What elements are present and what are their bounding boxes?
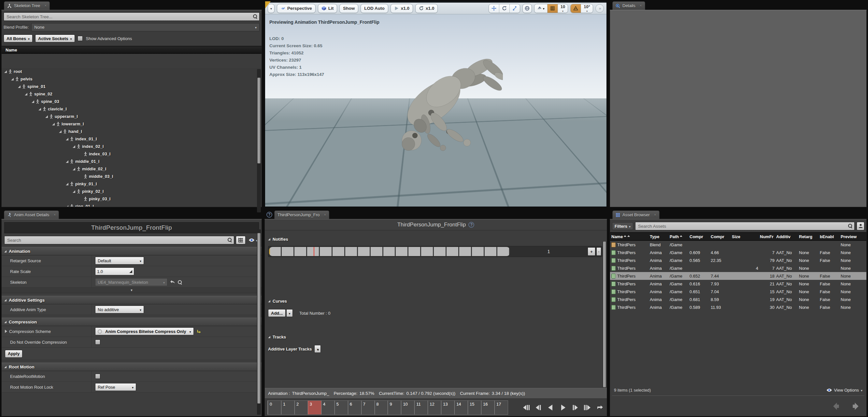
column-name[interactable]: Name — [611, 234, 650, 239]
bone-row[interactable]: pelvis — [2, 75, 261, 83]
rotation-snap-value-button[interactable]: 10° — [581, 4, 593, 13]
column-preview[interactable]: Preview — [841, 234, 866, 239]
perspective-button[interactable]: Perspective — [277, 4, 316, 13]
playback-speed-button[interactable]: x1.0 — [391, 4, 413, 13]
column-additive[interactable]: Additiv — [776, 234, 799, 239]
expander-icon[interactable] — [73, 145, 75, 148]
step-forward-button[interactable] — [571, 404, 580, 411]
bone-row[interactable]: pinky_03_l — [2, 195, 261, 203]
developers-filter-button[interactable] — [857, 222, 864, 230]
frame-cell[interactable]: 11 — [414, 401, 428, 414]
details-search-input[interactable] — [4, 236, 234, 244]
scrollbar[interactable] — [602, 241, 607, 387]
blend-profile-select[interactable]: None — [31, 23, 259, 31]
go-to-end-button[interactable] — [584, 404, 592, 411]
frame-cell[interactable]: 12 — [428, 401, 441, 414]
expander-icon[interactable] — [59, 130, 62, 133]
bone-row[interactable]: root — [2, 68, 261, 75]
lit-button[interactable]: Lit — [318, 4, 337, 13]
asset-row[interactable]: ThirdPers Anima /Game 0.609 4.66 7 AAT_N… — [610, 248, 866, 257]
expander-icon[interactable] — [66, 183, 68, 185]
bone-row[interactable]: clavicle_l — [2, 105, 261, 113]
scrollbar-thumb[interactable] — [603, 241, 606, 387]
playhead-marker[interactable] — [314, 247, 314, 256]
grid-snap-toggle[interactable] — [547, 4, 558, 13]
scrollbar-thumb[interactable] — [257, 78, 260, 163]
world-relative-button[interactable] — [522, 4, 532, 13]
add-curve-dropdown[interactable] — [286, 309, 293, 317]
bone-row[interactable]: pinky_01_l — [2, 180, 261, 188]
notifies-section-header[interactable]: Notifies — [268, 237, 288, 242]
frame-cell[interactable]: 16 — [481, 401, 494, 414]
move-tool-button[interactable] — [489, 4, 499, 13]
surface-snap-button[interactable] — [534, 4, 547, 13]
bone-row[interactable]: middle_01_l — [2, 158, 261, 165]
bone-row[interactable]: middle_03_l — [2, 173, 261, 180]
expander-icon[interactable] — [66, 205, 68, 207]
play-button[interactable] — [559, 404, 567, 411]
frame-cell[interactable]: 1 — [281, 401, 294, 414]
retarget-source-select[interactable]: Default — [95, 257, 144, 265]
bone-row[interactable]: spine_02 — [2, 90, 261, 98]
tab-animation-document[interactable]: ThirdPersonJump_Fro — [274, 210, 329, 219]
scrollbar[interactable] — [257, 229, 261, 415]
expander-icon[interactable] — [73, 190, 75, 193]
expander-icon[interactable] — [18, 85, 21, 88]
frame-cell[interactable]: 8 — [375, 401, 388, 414]
frame-cell[interactable]: 10 — [401, 401, 414, 414]
notify-track-cells[interactable] — [269, 247, 510, 256]
section-additive-settings[interactable]: Additive Settings — [2, 296, 261, 304]
column-benabled[interactable]: bEnabl — [820, 234, 841, 239]
frame-cell[interactable]: 9 — [388, 401, 401, 414]
asset-row[interactable]: ThirdPers Anima /Game 4 7 AAT_No None No… — [610, 264, 866, 272]
asset-row[interactable]: ThirdPers Anima /Game 0.681 8.59 19 AAT_… — [610, 296, 866, 303]
bone-row[interactable]: index_03_l — [2, 150, 261, 158]
bone-row[interactable]: lowerarm_l — [2, 120, 261, 128]
rotate-tool-button[interactable] — [499, 4, 509, 13]
property-matrix-button[interactable] — [236, 236, 246, 244]
add-notify-track-button[interactable]: + — [588, 247, 595, 256]
expander-icon[interactable] — [38, 108, 41, 111]
use-selected-icon[interactable] — [170, 280, 175, 285]
bone-row[interactable]: spine_03 — [2, 98, 261, 105]
lod-auto-button[interactable]: LOD Auto — [361, 4, 388, 13]
help-icon[interactable] — [468, 222, 474, 228]
asset-row[interactable]: ThirdPers Anima /Game 0.565 22.35 79 AAT… — [610, 257, 866, 264]
expander-icon[interactable] — [25, 93, 27, 95]
compression-scheme-select[interactable]: Anim Compress Bitwise Compress Only — [95, 327, 194, 335]
column-path[interactable]: Path — [670, 234, 689, 239]
tab-anim-asset-details[interactable]: Anim Asset Details — [4, 210, 59, 219]
apply-button[interactable]: Apply — [5, 350, 23, 358]
browse-to-asset-icon[interactable] — [178, 280, 182, 285]
frame-cell[interactable]: 2 — [294, 401, 308, 414]
expander-icon[interactable] — [73, 168, 75, 170]
step-backward-button[interactable] — [534, 404, 542, 411]
scale-tool-button[interactable] — [509, 4, 520, 13]
bone-row[interactable]: middle_02_l — [2, 165, 261, 173]
frame-cell[interactable]: 15 — [468, 401, 481, 414]
section-animation[interactable]: Animation — [2, 247, 261, 256]
additive-anim-type-select[interactable]: No additive — [95, 305, 144, 314]
frame-cell[interactable]: 17 — [494, 401, 508, 414]
asset-row[interactable]: ThirdPers Anima /Game 0.589 11.93 30 AAT… — [610, 303, 866, 311]
bone-row[interactable]: upperarm_l — [2, 113, 261, 120]
column-retarget[interactable]: Retarg — [799, 234, 820, 239]
bone-row[interactable]: index_01_l — [2, 135, 261, 143]
curves-section-header[interactable]: Curves — [268, 299, 287, 304]
bone-row[interactable]: pinky_02_l — [2, 188, 261, 195]
asset-row[interactable]: ThirdPers Anima /Game 0.651 7.04 15 AAT_… — [610, 288, 866, 296]
section-root-motion[interactable]: Root Motion — [2, 363, 261, 371]
viewport-scene[interactable]: Previewing Animation ThirdPersonJump_Fro… — [265, 14, 607, 207]
tab-asset-browser[interactable]: Asset Browser — [612, 210, 659, 219]
column-type[interactable]: Type — [650, 234, 670, 239]
asset-row[interactable]: ThirdPers Anima /Game 0.652 7.44 18 AAT_… — [610, 272, 866, 280]
reset-to-default-icon[interactable] — [196, 329, 201, 334]
expander-icon[interactable] — [11, 78, 14, 81]
spin-grip-icon[interactable] — [129, 270, 132, 273]
toolbar-overflow-button[interactable]: » — [595, 4, 604, 13]
column-compression-1[interactable]: Compr — [689, 234, 711, 239]
loop-toggle-button[interactable] — [596, 404, 604, 411]
frame-cell[interactable]: 3 — [308, 401, 321, 414]
asset-row[interactable]: ThirdPers Anima /Game 0.616 7.93 21 AAT_… — [610, 280, 866, 288]
row-expander-icon[interactable] — [5, 330, 7, 333]
